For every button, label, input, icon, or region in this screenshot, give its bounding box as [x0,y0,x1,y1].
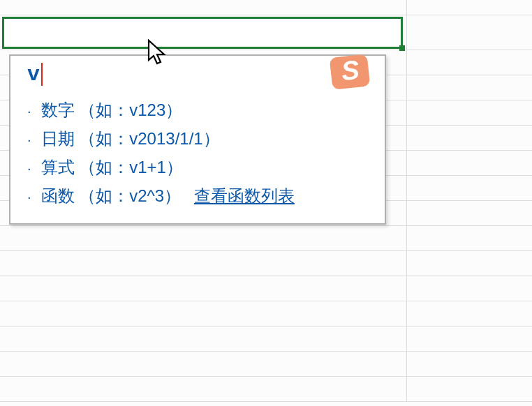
hint-label: 数字 [41,100,75,119]
cell[interactable] [0,226,407,251]
hint-item-date: · 日期 （如：v2013/1/1） [27,125,372,153]
bullet-icon: · [27,97,31,125]
ime-suggestion-tooltip: S v · 数字 （如：v123） · 日期 （如：v2013/1/1） · 算… [9,54,386,225]
typed-character: v [27,63,40,87]
hint-example: （如：v2^3） [79,186,181,205]
hint-example: （如：v2013/1/1） [79,129,219,148]
cell[interactable] [0,301,407,326]
hint-example: （如：v123） [79,100,182,119]
cell[interactable] [407,176,532,201]
cell[interactable] [407,352,532,377]
cell[interactable] [407,15,532,50]
cell[interactable] [0,377,407,402]
svg-text:S: S [340,55,361,86]
hint-example: （如：v1+1） [79,158,183,176]
cell[interactable] [407,100,532,126]
cell[interactable] [407,151,532,176]
hint-label: 算式 [41,158,75,176]
bullet-icon: · [27,126,31,153]
hint-label: 函数 [41,186,75,205]
bullet-icon: · [27,183,31,211]
cell[interactable] [407,0,532,15]
cell[interactable] [407,276,532,301]
cell[interactable] [407,75,532,100]
cell[interactable] [407,50,532,75]
cell[interactable] [407,326,532,352]
cell[interactable] [0,251,407,276]
cell[interactable] [407,301,532,326]
active-merged-cell[interactable] [2,17,403,49]
ime-hint-list: · 数字 （如：v123） · 日期 （如：v2013/1/1） · 算式 （如… [23,96,372,211]
cell[interactable] [407,377,532,402]
hint-item-function: · 函数 （如：v2^3） 查看函数列表 [27,182,372,211]
cell[interactable] [0,0,407,15]
hint-item-formula: · 算式 （如：v1+1） [27,153,372,182]
ime-composition-text: v [23,63,40,87]
sogou-ime-logo-icon: S [329,52,372,92]
text-caret-icon [41,63,43,86]
bullet-icon: · [27,154,31,182]
cell[interactable] [407,126,532,151]
hint-item-number: · 数字 （如：v123） [27,96,372,125]
view-function-list-link[interactable]: 查看函数列表 [194,186,295,205]
cell[interactable] [0,326,407,352]
hint-label: 日期 [41,129,75,148]
cell[interactable] [0,352,407,377]
cell[interactable] [407,201,532,226]
cell[interactable] [407,226,532,251]
cell[interactable] [0,276,407,301]
cell[interactable] [407,251,532,276]
